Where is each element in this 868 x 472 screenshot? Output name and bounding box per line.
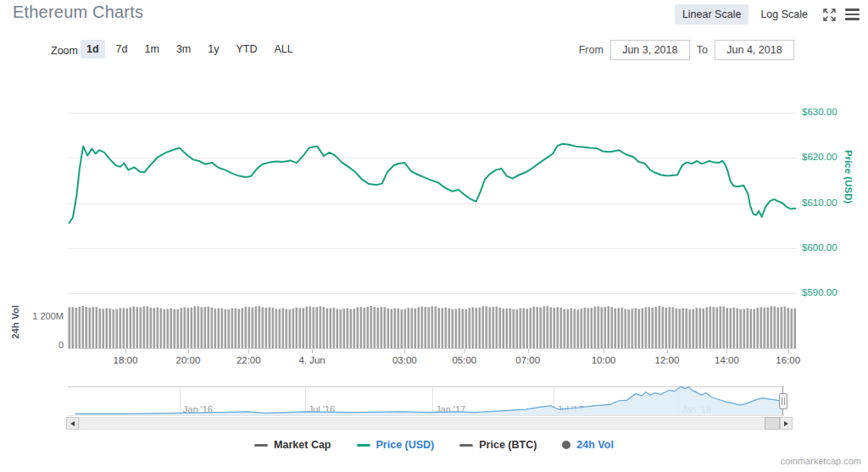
legend-circle-icon — [562, 441, 570, 449]
right-arrow-icon — [784, 421, 788, 426]
legend-item-label: Price (BTC) — [479, 439, 537, 451]
watermark-credit: coinmarketcap.com — [781, 456, 861, 466]
legend-item-label: 24h Vol — [576, 439, 614, 451]
price-plot-area[interactable] — [68, 76, 797, 293]
scrollbar-right-button[interactable] — [780, 417, 793, 430]
legend-item-price-btc-[interactable]: Price (BTC) — [459, 439, 537, 451]
legend-item-label: Market Cap — [274, 439, 331, 451]
left-arrow-icon — [70, 421, 75, 426]
scrollbar-track[interactable] — [79, 417, 780, 430]
legend-item-label: Price (USD) — [376, 439, 435, 451]
legend-item-24h-vol[interactable]: 24h Vol — [562, 439, 614, 451]
legend-item-market-cap[interactable]: Market Cap — [254, 439, 331, 451]
legend-dash-icon — [357, 444, 370, 447]
chart-legend: Market CapPrice (USD)Price (BTC)24h Vol — [0, 439, 868, 451]
legend-dash-icon — [459, 444, 473, 447]
scrollbar-thumb[interactable] — [765, 417, 780, 430]
legend-item-price-usd-[interactable]: Price (USD) — [357, 439, 435, 451]
scrollbar-left-button[interactable] — [66, 417, 79, 430]
navigator-area[interactable] — [68, 386, 784, 415]
navigator-handle[interactable] — [779, 393, 787, 409]
legend-dash-icon — [254, 444, 268, 447]
volume-plot-area[interactable] — [68, 298, 797, 348]
